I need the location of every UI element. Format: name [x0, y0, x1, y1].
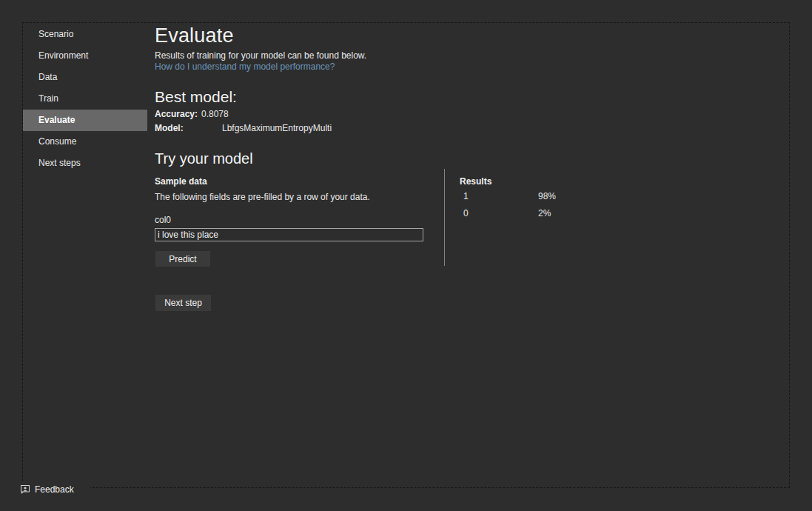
model-builder-evaluate-page: Scenario Environment Data Train Evaluate… [0, 0, 812, 511]
wizard-step-sidebar: Scenario Environment Data Train Evaluate… [23, 24, 147, 174]
feedback-person-icon [20, 484, 30, 495]
sample-data-description: The following fields are pre-filled by a… [155, 192, 370, 202]
sample-data-heading: Sample data [155, 176, 207, 187]
best-model-heading: Best model: [155, 88, 237, 106]
result-row: 1 98% [463, 191, 611, 201]
try-your-model-heading: Try your model [155, 150, 253, 167]
model-label: Model: [155, 123, 184, 133]
accuracy-metric-row: Accuracy: 0.8078 [155, 109, 436, 119]
sidebar-item-next-steps[interactable]: Next steps [23, 153, 147, 174]
predict-button[interactable]: Predict [155, 251, 210, 267]
result-class-score: 2% [538, 208, 551, 218]
col0-field-label: col0 [155, 215, 171, 225]
model-metric-row: Model: LbfgsMaximumEntropyMulti [155, 123, 436, 133]
accuracy-value: 0.8078 [201, 109, 229, 119]
result-class-label: 0 [463, 208, 469, 218]
result-class-score: 98% [538, 191, 556, 201]
feedback-button[interactable]: Feedback [16, 481, 90, 498]
sidebar-item-data[interactable]: Data [23, 67, 147, 88]
sidebar-item-evaluate[interactable]: Evaluate [23, 110, 147, 131]
accuracy-label: Accuracy: [155, 109, 198, 119]
results-heading: Results [460, 176, 491, 187]
page-subtitle: Results of training for your model can b… [155, 50, 366, 61]
sidebar-item-consume[interactable]: Consume [23, 131, 147, 153]
model-value: LbfgsMaximumEntropyMulti [222, 123, 332, 133]
sidebar-item-environment[interactable]: Environment [23, 45, 147, 67]
next-step-button[interactable]: Next step [155, 295, 211, 311]
col0-input[interactable] [155, 228, 423, 241]
feedback-label: Feedback [35, 484, 74, 495]
result-class-label: 1 [463, 191, 469, 201]
results-divider [444, 169, 445, 266]
model-performance-help-link[interactable]: How do I understand my model performance… [155, 61, 335, 72]
page-title: Evaluate [155, 24, 234, 47]
result-row: 0 2% [463, 208, 611, 218]
sidebar-item-scenario[interactable]: Scenario [23, 24, 147, 45]
sidebar-item-train[interactable]: Train [23, 88, 147, 110]
